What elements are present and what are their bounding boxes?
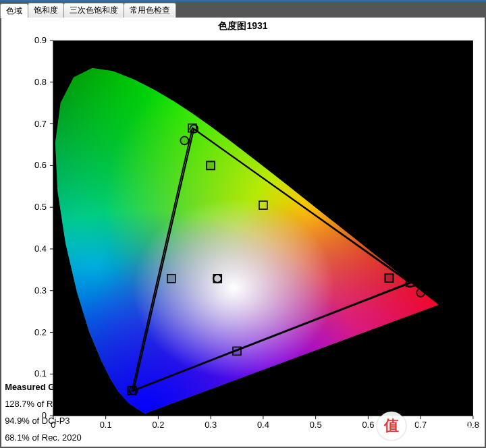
- svg-text:0.3: 0.3: [34, 285, 47, 296]
- tab-label: 色域: [6, 6, 22, 16]
- tab-common-color-check[interactable]: 常用色检查: [124, 3, 176, 18]
- tab-label: 三次色饱和度: [70, 5, 118, 15]
- plot-wrap: 00.10.20.30.40.50.60.70.8 00.10.20.30.40…: [1, 34, 485, 447]
- tab-label: 饱和度: [34, 5, 58, 15]
- svg-text:0.6: 0.6: [34, 160, 47, 170]
- svg-text:0.1: 0.1: [34, 368, 47, 379]
- gamut-heading: Measured Gamut: [5, 382, 76, 392]
- svg-rect-19: [233, 347, 241, 355]
- watermark-text: 什么值得买: [411, 418, 475, 434]
- svg-text:0.1: 0.1: [100, 420, 112, 430]
- cie-plot: 00.10.20.30.40.50.60.70.8 00.10.20.30.40…: [1, 34, 485, 447]
- panel-content: 色度图1931: [1, 18, 485, 447]
- svg-text:0.2: 0.2: [152, 420, 164, 430]
- svg-text:0.5: 0.5: [310, 420, 322, 430]
- svg-point-23: [190, 125, 198, 133]
- tab-label: 常用色检查: [130, 5, 170, 15]
- svg-rect-18: [167, 275, 176, 283]
- gamut-dcip3: 94.9% of DCi-P3: [5, 416, 70, 426]
- svg-point-22: [406, 279, 414, 287]
- gamut-rec2020: 68.1% of Rec. 2020: [5, 432, 82, 443]
- svg-rect-17: [207, 161, 215, 169]
- svg-text:0.4: 0.4: [257, 420, 269, 430]
- gamut-rec709: 128.7% of Rec. 709: [5, 399, 82, 409]
- svg-text:0.5: 0.5: [34, 202, 47, 212]
- tab-saturation[interactable]: 饱和度: [28, 3, 64, 18]
- app-window: 色域 饱和度 三次色饱和度 常用色检查 色度图1931: [0, 0, 486, 448]
- svg-text:0.3: 0.3: [205, 420, 217, 430]
- svg-point-25: [180, 136, 188, 144]
- svg-text:0.8: 0.8: [34, 77, 47, 87]
- tab-gamut[interactable]: 色域: [0, 3, 28, 18]
- tab-tertiary-saturation[interactable]: 三次色饱和度: [63, 3, 124, 18]
- watermark: 值 什么值得买: [377, 412, 475, 440]
- svg-text:0.6: 0.6: [362, 420, 374, 430]
- svg-text:0.4: 0.4: [34, 244, 47, 254]
- svg-rect-21: [385, 274, 394, 282]
- y-tick-group: 00.10.20.30.40.50.60.70.80.9: [34, 35, 53, 420]
- watermark-badge-text: 值: [384, 416, 399, 436]
- chart-title: 色度图1931: [1, 20, 485, 32]
- svg-text:0.2: 0.2: [34, 327, 47, 337]
- tab-bar: 色域 饱和度 三次色饱和度 常用色检查: [0, 3, 486, 18]
- svg-point-27: [416, 289, 425, 297]
- svg-point-24: [130, 387, 138, 395]
- watermark-badge-icon: 值: [377, 412, 406, 440]
- svg-text:0.7: 0.7: [34, 119, 47, 129]
- svg-text:0.9: 0.9: [34, 35, 47, 45]
